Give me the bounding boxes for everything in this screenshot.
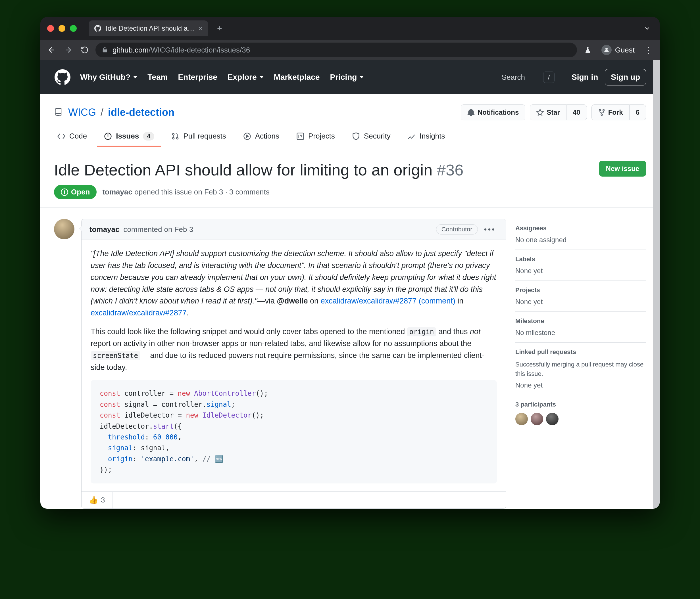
issue-header: Idle Detection API should allow for limi… <box>40 147 660 208</box>
fork-button[interactable]: Fork <box>592 104 629 120</box>
graph-icon <box>408 132 416 140</box>
tab-close-icon[interactable]: × <box>199 24 203 33</box>
sidebar-assignees[interactable]: Assignees No one assigned <box>515 219 646 250</box>
sign-in-link[interactable]: Sign in <box>572 73 598 82</box>
issue-icon <box>104 132 112 140</box>
breadcrumb: WICG / idle-detection <box>68 106 174 119</box>
window-controls <box>47 25 77 32</box>
search-input[interactable]: Search <box>497 73 529 82</box>
profile-avatar-icon <box>601 45 611 55</box>
issue-author-link[interactable]: tomayac <box>102 188 132 196</box>
tab-overflow-icon[interactable] <box>642 23 653 34</box>
nav-pricing[interactable]: Pricing <box>330 73 364 82</box>
pr-icon <box>171 132 179 140</box>
tab-projects[interactable]: Projects <box>290 127 342 147</box>
tab-actions[interactable]: Actions <box>236 127 286 147</box>
address-bar[interactable]: github.com/WICG/idle-detection/issues/36 <box>96 43 577 57</box>
participant-avatar[interactable] <box>515 413 528 425</box>
nav-why[interactable]: Why GitHub? <box>80 73 137 82</box>
participant-avatar[interactable] <box>531 413 543 425</box>
browser-menu-button[interactable]: ⋮ <box>643 44 654 56</box>
participant-avatar[interactable] <box>546 413 558 425</box>
reload-button[interactable] <box>79 44 90 56</box>
comment-author-link[interactable]: tomayac <box>90 225 120 234</box>
tab-pulls[interactable]: Pull requests <box>165 127 233 147</box>
window-minimize-button[interactable] <box>58 25 65 32</box>
tab-security[interactable]: Security <box>345 127 397 147</box>
nav-enterprise[interactable]: Enterprise <box>178 73 217 82</box>
issue-title: Idle Detection API should allow for limi… <box>54 161 592 179</box>
star-button[interactable]: Star <box>530 104 567 120</box>
project-icon <box>296 132 304 140</box>
comment-menu-button[interactable]: ••• <box>482 225 498 234</box>
repo-tabs: Code Issues4 Pull requests Actions Proje… <box>40 120 660 147</box>
issue-number: #36 <box>437 161 464 179</box>
comment-timestamp: commented on Feb 3 <box>124 225 194 234</box>
reaction-thumbs-up[interactable]: 👍 3 <box>81 492 112 509</box>
svg-point-3 <box>601 114 602 115</box>
sidebar-participants: 3 participants <box>515 395 646 425</box>
issue-ref-link-1[interactable]: excalidraw/excalidraw#2877 (comment) <box>321 297 455 305</box>
profile-label: Guest <box>615 46 635 54</box>
repo-header: WICG / idle-detection Notifications Star… <box>40 94 660 120</box>
issue-state-badge: Open <box>54 185 97 199</box>
sign-up-button[interactable]: Sign up <box>605 69 646 85</box>
inline-code: origin <box>407 327 436 336</box>
repo-owner-link[interactable]: WICG <box>68 106 96 118</box>
repo-icon <box>54 108 62 117</box>
mention-link[interactable]: @dwelle <box>277 297 308 305</box>
svg-point-1 <box>599 109 601 111</box>
sidebar-milestone[interactable]: Milestone No milestone <box>515 312 646 343</box>
chevron-down-icon <box>260 75 264 79</box>
svg-point-0 <box>605 48 608 50</box>
issues-count-badge: 4 <box>143 132 154 140</box>
issue-ref-link-2[interactable]: excalidraw/excalidraw#2877 <box>91 309 186 317</box>
comment: tomayac commented on Feb 3 Contributor •… <box>81 219 506 509</box>
page-viewport: Why GitHub? Team Enterprise Explore Mark… <box>40 60 660 509</box>
reaction-count: 3 <box>101 496 105 504</box>
thumbs-up-icon: 👍 <box>89 496 98 504</box>
labs-icon[interactable] <box>582 44 594 56</box>
tab-code[interactable]: Code <box>51 127 94 147</box>
back-button[interactable] <box>46 44 57 56</box>
star-icon <box>536 109 544 116</box>
slash-shortcut-badge: / <box>543 72 554 83</box>
browser-window: Idle Detection API should allow × + gith… <box>40 17 660 509</box>
github-header: Why GitHub? Team Enterprise Explore Mark… <box>40 60 660 94</box>
github-logo-icon[interactable] <box>54 69 71 86</box>
tab-issues[interactable]: Issues4 <box>97 127 161 147</box>
tab-insights[interactable]: Insights <box>401 127 452 147</box>
auth-buttons: Sign in Sign up <box>572 69 646 85</box>
nav-team[interactable]: Team <box>147 73 168 82</box>
window-close-button[interactable] <box>47 25 54 32</box>
svg-point-7 <box>176 137 178 139</box>
star-count[interactable]: 40 <box>567 104 587 120</box>
tab-strip: Idle Detection API should allow × + <box>40 17 660 40</box>
repo-name-link[interactable]: idle-detection <box>108 106 174 118</box>
nav-explore[interactable]: Explore <box>228 73 264 82</box>
github-nav: Why GitHub? Team Enterprise Explore Mark… <box>80 73 364 82</box>
chevron-down-icon <box>133 75 137 79</box>
url-text: github.com/WICG/idle-detection/issues/36 <box>112 46 250 54</box>
inline-code: screenState <box>91 351 140 360</box>
comment-avatar[interactable] <box>54 219 74 239</box>
new-tab-button[interactable]: + <box>213 24 226 33</box>
issue-open-icon <box>61 188 68 196</box>
issue-sidebar: Assignees No one assigned Labels None ye… <box>515 219 646 509</box>
notifications-button[interactable]: Notifications <box>461 104 525 120</box>
browser-tab[interactable]: Idle Detection API should allow × <box>89 21 208 36</box>
window-maximize-button[interactable] <box>70 25 77 32</box>
nav-marketplace[interactable]: Marketplace <box>274 73 320 82</box>
fork-count[interactable]: 6 <box>629 104 646 120</box>
contributor-badge: Contributor <box>436 224 478 234</box>
browser-toolbar: github.com/WICG/idle-detection/issues/36… <box>40 40 660 60</box>
github-favicon-icon <box>94 24 102 32</box>
sidebar-linked-prs[interactable]: Linked pull requests Successfully mergin… <box>515 343 646 395</box>
code-block: const controller = new AbortController()… <box>91 380 497 483</box>
forward-button[interactable] <box>62 44 74 56</box>
sidebar-labels[interactable]: Labels None yet <box>515 250 646 281</box>
profile-button[interactable]: Guest <box>599 44 638 56</box>
issue-content: tomayac commented on Feb 3 Contributor •… <box>40 208 660 509</box>
sidebar-projects[interactable]: Projects None yet <box>515 281 646 312</box>
new-issue-button[interactable]: New issue <box>599 161 646 177</box>
